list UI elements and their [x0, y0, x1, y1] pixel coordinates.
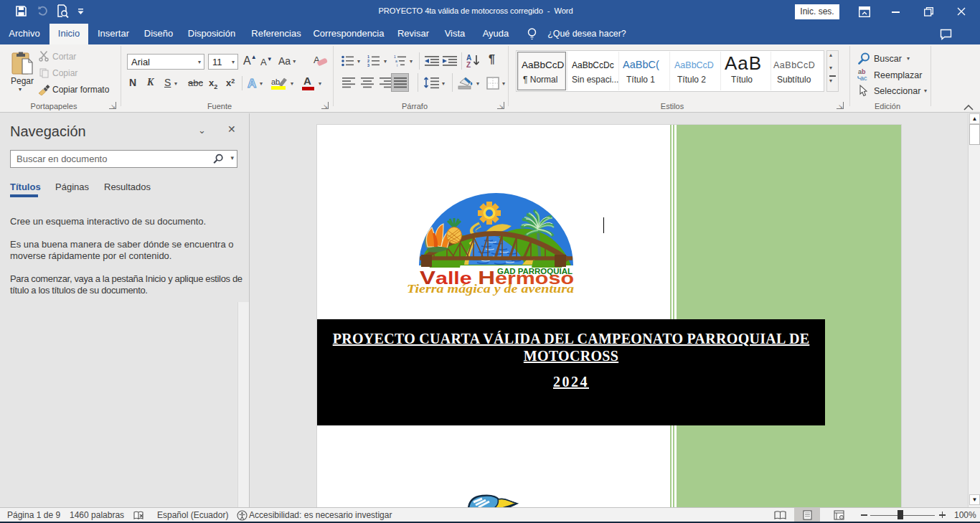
- svg-text:ac: ac: [860, 75, 867, 82]
- svg-text:i: i: [397, 63, 397, 67]
- svg-text:3: 3: [367, 63, 369, 67]
- svg-text:A: A: [248, 77, 256, 90]
- svg-text:Tierra mágica y de aventura: Tierra mágica y de aventura: [407, 282, 575, 296]
- svg-text:ab: ab: [271, 77, 280, 86]
- svg-text:Z: Z: [466, 61, 471, 68]
